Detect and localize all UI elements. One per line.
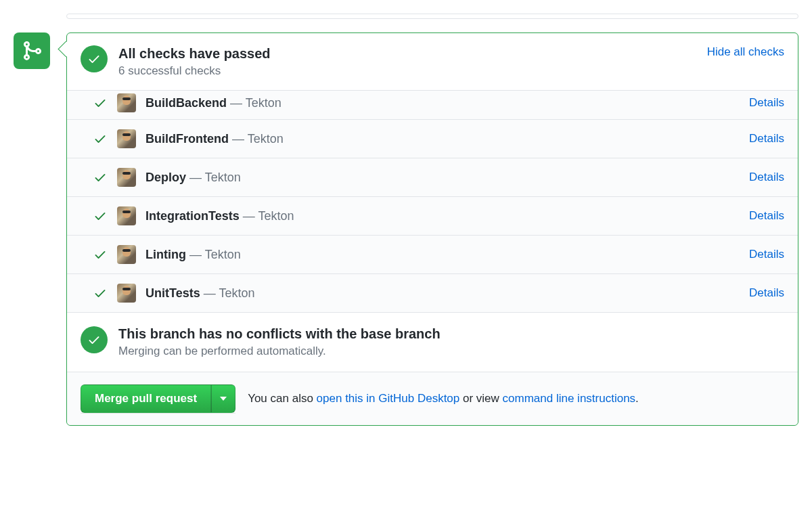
check-row: UnitTests — Tekton Details	[67, 274, 798, 312]
checks-subtitle: 6 successful checks	[118, 64, 696, 78]
check-provider: Tekton	[248, 132, 284, 146]
avatar	[117, 206, 136, 225]
check-separator: —	[232, 132, 248, 146]
merge-button-group: Merge pull request	[81, 384, 235, 413]
avatar	[117, 93, 136, 112]
avatar	[117, 284, 136, 303]
checks-list: BuildBackend — Tekton Details BuildFront…	[67, 90, 798, 312]
avatar	[117, 245, 136, 264]
hint-text: or view	[459, 392, 502, 405]
cli-instructions-link[interactable]: command line instructions	[503, 392, 636, 405]
check-success-icon	[93, 286, 108, 300]
check-name: Linting	[145, 248, 186, 261]
conflicts-subtitle: Merging can be performed automatically.	[118, 345, 441, 358]
caret-down-icon	[220, 397, 227, 401]
check-separator: —	[204, 286, 219, 300]
success-check-icon	[81, 326, 108, 353]
check-separator: —	[230, 96, 246, 110]
hide-checks-link[interactable]: Hide all checks	[707, 45, 784, 59]
hint-text: .	[635, 392, 639, 405]
merge-badge-icon	[14, 32, 50, 69]
check-success-icon	[93, 171, 108, 184]
check-row: IntegrationTests — Tekton Details	[67, 197, 798, 236]
conflicts-title: This branch has no conflicts with the ba…	[118, 326, 441, 342]
merge-hint: You can also open this in GitHub Desktop…	[248, 392, 639, 405]
check-name: Deploy	[145, 171, 186, 184]
open-desktop-link[interactable]: open this in GitHub Desktop	[317, 392, 460, 405]
check-provider: Tekton	[246, 96, 281, 110]
check-details-link[interactable]: Details	[749, 132, 784, 146]
check-name: UnitTests	[145, 286, 200, 300]
checks-header: All checks have passed 6 successful chec…	[67, 33, 798, 90]
previous-panel-edge	[66, 14, 798, 19]
check-success-icon	[93, 96, 108, 110]
check-row: Deploy — Tekton Details	[67, 158, 798, 197]
check-details-link[interactable]: Details	[749, 171, 784, 184]
check-row: BuildFrontend — Tekton Details	[67, 120, 798, 158]
check-provider: Tekton	[205, 171, 241, 184]
check-provider: Tekton	[205, 248, 241, 261]
check-details-link[interactable]: Details	[749, 209, 784, 223]
check-name: BuildBackend	[145, 96, 227, 110]
conflicts-section: This branch has no conflicts with the ba…	[67, 312, 798, 372]
check-row: BuildBackend — Tekton Details	[67, 91, 798, 120]
merge-section: Merge pull request You can also open thi…	[67, 372, 798, 425]
check-separator: —	[243, 209, 258, 223]
check-success-icon	[93, 209, 108, 223]
avatar	[117, 129, 136, 148]
check-provider: Tekton	[219, 286, 254, 300]
check-separator: —	[189, 248, 205, 261]
check-success-icon	[93, 248, 108, 261]
check-separator: —	[189, 171, 205, 184]
check-name: IntegrationTests	[145, 209, 240, 223]
avatar	[117, 168, 136, 187]
merge-dropdown-button[interactable]	[211, 384, 235, 413]
checks-title: All checks have passed	[118, 45, 696, 62]
check-details-link[interactable]: Details	[749, 286, 784, 300]
check-details-link[interactable]: Details	[749, 248, 784, 261]
hint-text: You can also	[248, 392, 316, 405]
merge-status-panel: All checks have passed 6 successful chec…	[66, 32, 798, 426]
merge-pull-request-button[interactable]: Merge pull request	[81, 384, 211, 413]
check-details-link[interactable]: Details	[749, 96, 784, 110]
success-check-icon	[81, 45, 108, 72]
check-provider: Tekton	[258, 209, 294, 223]
check-name: BuildFrontend	[145, 132, 229, 146]
check-row: Linting — Tekton Details	[67, 236, 798, 274]
check-success-icon	[93, 132, 108, 146]
